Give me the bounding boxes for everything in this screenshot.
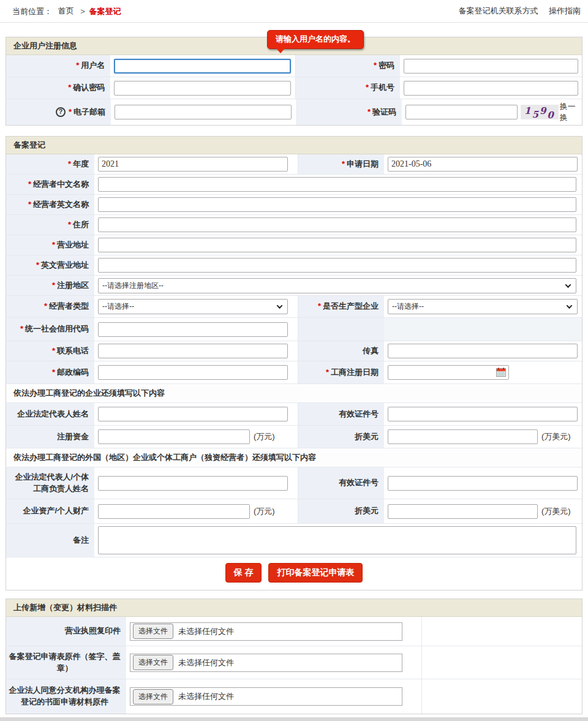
row-en-biz-address: * 英文营业地址 (6, 255, 582, 276)
biz-address-input[interactable] (98, 238, 576, 252)
captcha-refresh-link[interactable]: 换一换 (560, 101, 578, 123)
no-file-text: 未选择任何文件 (178, 691, 234, 702)
help-icon[interactable]: ? (56, 107, 66, 117)
reg-area-label: * 注册地区 (6, 276, 94, 295)
mobile-input[interactable] (404, 81, 578, 96)
empty-cell (421, 679, 582, 714)
username-input[interactable] (114, 59, 291, 74)
fax-input[interactable] (388, 344, 578, 358)
residence-input[interactable] (98, 217, 576, 232)
email-label: ? * 电子邮箱 (6, 99, 111, 125)
reg-capital-input[interactable] (98, 429, 250, 444)
id-number2-input[interactable] (388, 476, 578, 491)
save-button[interactable]: 保 存 (225, 563, 262, 583)
password-label: * 密码 (295, 55, 400, 77)
page-bottom-strip (0, 717, 588, 721)
domestic-subsection-title: 依法办理工商登记的企业还须填写以下内容 (6, 384, 582, 402)
credit-code-input[interactable] (98, 322, 288, 337)
row-operator-type: * 经营者类型 --请选择-- * 是否生产型企业 --请选择-- (6, 296, 582, 318)
credit-code-label: * 统一社会信用代码 (6, 318, 94, 341)
contact-info-link[interactable]: 备案登记机关联系方式 (458, 6, 538, 15)
id-number-input[interactable] (388, 407, 578, 421)
row-reg-area: * 注册地区 --请选择注册地区-- (6, 276, 582, 296)
operation-guide-link[interactable]: 操作指南 (549, 6, 581, 15)
apply-date-input[interactable] (388, 157, 578, 172)
confirm-password-label: * 确认密码 (6, 77, 110, 99)
empty-cell (421, 646, 582, 679)
unit-wanyuan: (万元) (254, 506, 275, 517)
cn-name-input[interactable] (98, 177, 576, 192)
captcha-image[interactable]: 1 5 9 0 (521, 105, 559, 119)
en-biz-address-input[interactable] (98, 258, 576, 273)
row-confirm-mobile: * 确认密码 * 手机号 (6, 77, 582, 99)
consent-file-input[interactable]: 选择文件 未选择任何文件 (130, 687, 402, 706)
captcha-input[interactable] (405, 105, 518, 119)
print-filing-form-button[interactable]: 打印备案登记申请表 (268, 563, 363, 583)
usd-label: 折美元 (298, 426, 384, 448)
row-capital-usd: 注册资金 (万元) 折美元 (万美元) (6, 426, 582, 448)
choose-file-button[interactable]: 选择文件 (133, 624, 173, 639)
row-username-password: * 用户名 * 密码 (6, 55, 582, 77)
postcode-input[interactable] (98, 365, 288, 380)
ic-reg-date-input[interactable] (388, 365, 509, 380)
row-upload-consent: 企业法人同意分支机构办理备案登记的书面申请材料原件 选择文件 未选择任何文件 (6, 679, 582, 714)
foreign-rep-label: 企业法定代表人/个体工商负责人姓名 (6, 467, 94, 499)
usd2-input[interactable] (388, 504, 538, 519)
mobile-label: * 手机号 (295, 77, 400, 99)
remark-textarea[interactable] (98, 526, 576, 554)
breadcrumb-current: 备案登记 (89, 6, 121, 15)
filing-section: 备案登记 * 年度 * 申请日期 * 经营者中文名称 * 经营者英文名称 (6, 136, 582, 591)
unit-wanyuan: (万元) (254, 431, 275, 442)
foreign-subsection-title: 依法办理工商登记的外国（地区）企业或个体工商户（独资经营者）还须填写以下内容 (6, 448, 582, 467)
password-input[interactable] (404, 59, 578, 74)
calendar-icon[interactable] (496, 368, 506, 377)
chevron-down-icon (567, 303, 573, 309)
usd-input[interactable] (388, 429, 538, 444)
ic-reg-date-label: * 工商注册日期 (298, 361, 384, 383)
chevron-down-icon (277, 303, 283, 309)
breadcrumb-home-link[interactable]: 首页 (58, 6, 74, 15)
row-foreign-rep: 企业法定代表人/个体工商负责人姓名 有效证件号 (6, 467, 582, 499)
choose-file-button[interactable]: 选择文件 (133, 655, 173, 670)
en-name-label: * 经营者英文名称 (6, 195, 94, 214)
operator-type-select[interactable]: --请选择-- (98, 299, 288, 314)
en-name-input[interactable] (98, 197, 576, 212)
row-en-name: * 经营者英文名称 (6, 195, 582, 215)
form-file-input[interactable]: 选择文件 未选择任何文件 (130, 654, 402, 672)
biz-address-label: * 营业地址 (6, 235, 94, 255)
producer-select[interactable]: --请选择-- (388, 299, 578, 314)
id-number-label: 有效证件号 (298, 403, 384, 425)
confirm-password-input[interactable] (114, 81, 291, 96)
producer-label: * 是否生产型企业 (298, 296, 384, 317)
row-email-captcha: ? * 电子邮箱 * 验证码 1 5 9 0 换一换 (6, 99, 582, 125)
remark-label: 备注 (6, 524, 94, 557)
license-file-input[interactable]: 选择文件 未选择任何文件 (130, 622, 402, 641)
phone-label: * 联系电话 (6, 341, 94, 361)
row-remark: 备注 (6, 524, 582, 557)
unit-wanusd: (万美元) (541, 431, 571, 442)
asset-input[interactable] (98, 504, 250, 519)
filing-section-title: 备案登记 (6, 137, 582, 154)
row-credit-code: * 统一社会信用代码 (6, 318, 582, 341)
license-label: 营业执照复印件 (6, 617, 126, 646)
email-input[interactable] (115, 105, 292, 119)
upload-section-title: 上传新增（变更）材料扫描件 (6, 599, 582, 617)
row-postcode-regdate: * 邮政编码 * 工商注册日期 (6, 361, 582, 384)
legal-rep-input[interactable] (98, 407, 288, 421)
year-input[interactable] (98, 157, 288, 172)
usd2-label: 折美元 (298, 499, 384, 523)
required-mark: * (69, 107, 72, 118)
empty-label-cell (298, 318, 384, 341)
year-label: * 年度 (6, 154, 94, 174)
phone-input[interactable] (98, 344, 288, 358)
filing-buttons: 保 存 打印备案登记申请表 (6, 557, 582, 590)
legal-rep-label: 企业法定代表人姓名 (6, 403, 94, 425)
row-legal-rep: 企业法定代表人姓名 有效证件号 (6, 402, 582, 426)
choose-file-button[interactable]: 选择文件 (133, 689, 173, 704)
en-biz-address-label: * 英文营业地址 (6, 255, 94, 275)
foreign-rep-input[interactable] (98, 476, 288, 491)
row-year-date: * 年度 * 申请日期 (6, 154, 582, 175)
username-label: * 用户名 (6, 55, 110, 77)
top-links: 备案登记机关联系方式 操作指南 (450, 6, 581, 17)
reg-area-select[interactable]: --请选择注册地区-- (98, 278, 576, 293)
